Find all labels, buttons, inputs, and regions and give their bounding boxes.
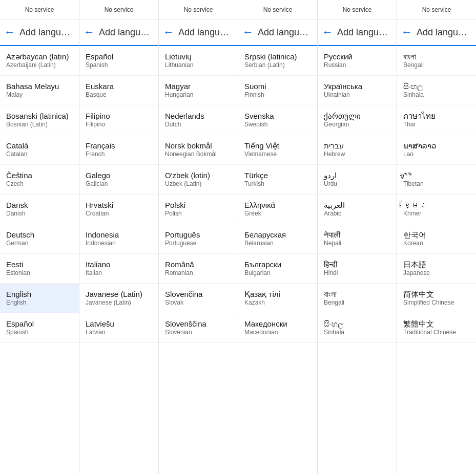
lang-english-name: Danish: [6, 210, 73, 218]
list-item[interactable]: DanskDanish: [0, 195, 79, 224]
list-item[interactable]: МакедонскиMacedonian: [238, 313, 317, 343]
list-item[interactable]: ภาษาไทยThai: [397, 105, 476, 135]
list-item[interactable]: PolskiPolish: [159, 195, 238, 224]
list-item[interactable]: বাংলাBengali: [397, 46, 476, 76]
list-item[interactable]: ΕλληνικάGreek: [238, 195, 317, 224]
list-item[interactable]: Tiếng ViệtVietnamese: [238, 135, 317, 165]
list-item[interactable]: MagyarHungarian: [159, 76, 238, 105]
lang-english-name: Portuguese: [165, 240, 232, 248]
panel-header-4: ←Add language: [318, 19, 397, 46]
list-item[interactable]: SvenskaSwedish: [238, 105, 317, 135]
list-item[interactable]: LatviešuLatvian: [79, 313, 158, 343]
list-item[interactable]: Srpski (latinica)Serbian (Latin): [238, 46, 317, 76]
lang-native-name: Nederlands: [165, 111, 232, 121]
list-item[interactable]: БългарскиBulgarian: [238, 254, 317, 284]
lang-native-name: Español: [86, 52, 152, 62]
panel-title-0: Add language: [19, 27, 75, 38]
list-item[interactable]: HrvatskiCroatian: [79, 195, 158, 224]
back-button-0[interactable]: ←: [4, 26, 15, 39]
list-item[interactable]: EnglishEnglish: [0, 284, 79, 313]
list-item[interactable]: नेपालीNepali: [318, 224, 397, 254]
lang-native-name: עברית: [324, 141, 390, 151]
list-item[interactable]: LietuviųLithuanian: [159, 46, 238, 76]
lang-native-name: ภาษาไทย: [403, 111, 470, 121]
back-button-4[interactable]: ←: [322, 26, 333, 39]
back-button-1[interactable]: ←: [84, 26, 95, 39]
lang-native-name: हिन्दी: [324, 260, 390, 270]
lang-native-name: Slovenščina: [165, 319, 232, 329]
lang-english-name: Slovenian: [165, 329, 232, 337]
list-item[interactable]: GalegoGalician: [79, 165, 158, 195]
list-item[interactable]: EestiEstonian: [0, 254, 79, 284]
lang-english-name: Javanese (Latin): [86, 299, 152, 307]
list-item[interactable]: SuomiFinnish: [238, 76, 317, 105]
list-item[interactable]: हिन्दीHindi: [318, 254, 397, 284]
list-item[interactable]: DeutschGerman: [0, 224, 79, 254]
list-item[interactable]: Javanese (Latin)Javanese (Latin): [79, 284, 158, 313]
lang-native-name: Hrvatski: [86, 200, 152, 210]
lang-english-name: Catalan: [6, 150, 73, 159]
panel-header-5: ←Add language: [397, 19, 476, 46]
list-item[interactable]: සිංහලSinhala: [318, 313, 397, 343]
list-item[interactable]: རྒྱལTibetan: [397, 165, 476, 195]
back-button-2[interactable]: ←: [163, 26, 174, 39]
list-item[interactable]: Norsk bokmålNorwegian Bokmål: [159, 135, 238, 165]
list-item[interactable]: ItalianoItalian: [79, 254, 158, 284]
list-item[interactable]: IndonesiaIndonesian: [79, 224, 158, 254]
list-item[interactable]: PortuguêsPortuguese: [159, 224, 238, 254]
list-item[interactable]: ພາສາລາວLao: [397, 135, 476, 165]
back-button-5[interactable]: ←: [401, 26, 412, 39]
lang-native-name: Қазақ тілі: [244, 289, 311, 299]
list-item[interactable]: РусскийRussian: [318, 46, 397, 76]
list-item[interactable]: FilipinoFilipino: [79, 105, 158, 135]
lang-native-name: Euskara: [86, 81, 152, 92]
list-item[interactable]: FrançaisFrench: [79, 135, 158, 165]
lang-native-name: Lietuvių: [165, 52, 232, 62]
list-item[interactable]: NederlandsDutch: [159, 105, 238, 135]
list-item[interactable]: বাংলাBengali: [318, 284, 397, 313]
list-item[interactable]: العربيةArabic: [318, 195, 397, 224]
list-item[interactable]: EspañolSpanish: [0, 313, 79, 343]
list-item[interactable]: TürkçeTurkish: [238, 165, 317, 195]
list-item[interactable]: 日本語Japanese: [397, 254, 476, 284]
list-item[interactable]: SlovenčinaSlovak: [159, 284, 238, 313]
lang-list-0: Azərbaycan (latın)Azerbaijani (Latin)Bah…: [0, 46, 79, 474]
list-item[interactable]: O'zbek (lotin)Uzbek (Latin): [159, 165, 238, 195]
lang-english-name: Galician: [86, 180, 152, 188]
lang-native-name: Slovenčina: [165, 289, 232, 299]
list-item[interactable]: עבריתHebrew: [318, 135, 397, 165]
list-item[interactable]: EuskaraBasque: [79, 76, 158, 105]
list-item[interactable]: اردوUrdu: [318, 165, 397, 195]
list-item[interactable]: БеларускаяBelarusian: [238, 224, 317, 254]
list-item[interactable]: RomânăRomanian: [159, 254, 238, 284]
panels-container: ←Add languageAzərbaycan (latın)Azerbaija…: [0, 19, 476, 474]
list-item[interactable]: ქართულიGeorgian: [318, 105, 397, 135]
back-button-3[interactable]: ←: [242, 26, 254, 39]
lang-native-name: বাংলা: [403, 52, 470, 62]
lang-english-name: Italian: [86, 269, 152, 277]
status-segment-4: No service: [318, 0, 397, 19]
list-item[interactable]: ČeštinaCzech: [0, 165, 79, 195]
list-item[interactable]: Bahasa MelayuMalay: [0, 76, 79, 105]
list-item[interactable]: EspañolSpanish: [79, 46, 158, 76]
list-item[interactable]: Bosanski (latinica)Bosnian (Latin): [0, 105, 79, 135]
status-segment-3: No service: [238, 0, 318, 19]
lang-native-name: Tiếng Việt: [244, 141, 311, 151]
lang-list-4: РусскийRussianУкраїнськаUkrainianქართული…: [318, 46, 397, 474]
list-item[interactable]: 한국어Korean: [397, 224, 476, 254]
lang-english-name: Serbian (Latin): [244, 61, 311, 70]
list-item[interactable]: Azərbaycan (latın)Azerbaijani (Latin): [0, 46, 79, 76]
list-item[interactable]: 繁體中文Traditional Chinese: [397, 313, 476, 343]
panel-header-0: ←Add language: [0, 19, 79, 46]
status-bar: No serviceNo serviceNo serviceNo service…: [0, 0, 476, 19]
lang-native-name: Български: [244, 260, 311, 270]
list-item[interactable]: УкраїнськаUkrainian: [318, 76, 397, 105]
list-item[interactable]: 简体中文Simplified Chinese: [397, 284, 476, 313]
list-item[interactable]: SlovenščinaSlovenian: [159, 313, 238, 343]
list-item[interactable]: Қазақ тіліKazakh: [238, 284, 317, 313]
list-item[interactable]: ខ្មែរKhmer: [397, 195, 476, 224]
lang-english-name: Traditional Chinese: [403, 329, 470, 337]
list-item[interactable]: CatalàCatalan: [0, 135, 79, 165]
lang-native-name: ქართული: [324, 111, 390, 121]
list-item[interactable]: සිංහලSinhala: [397, 76, 476, 105]
